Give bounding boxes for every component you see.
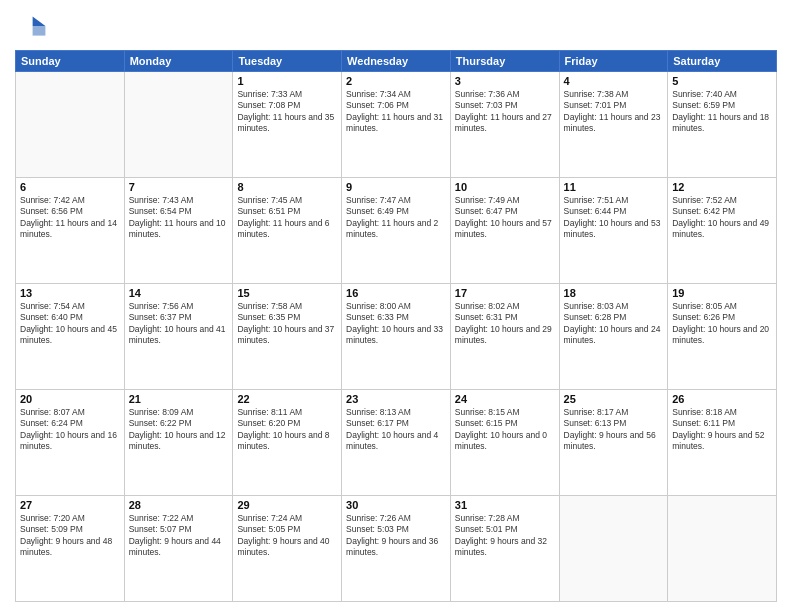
calendar-cell: 19Sunrise: 8:05 AM Sunset: 6:26 PM Dayli… <box>668 284 777 390</box>
cell-info: Sunrise: 8:00 AM Sunset: 6:33 PM Dayligh… <box>346 301 446 347</box>
cell-info: Sunrise: 7:54 AM Sunset: 6:40 PM Dayligh… <box>20 301 120 347</box>
cell-info: Sunrise: 7:51 AM Sunset: 6:44 PM Dayligh… <box>564 195 664 241</box>
day-number: 12 <box>672 181 772 193</box>
calendar-cell: 14Sunrise: 7:56 AM Sunset: 6:37 PM Dayli… <box>124 284 233 390</box>
cell-info: Sunrise: 8:05 AM Sunset: 6:26 PM Dayligh… <box>672 301 772 347</box>
calendar-cell: 11Sunrise: 7:51 AM Sunset: 6:44 PM Dayli… <box>559 178 668 284</box>
calendar-cell: 15Sunrise: 7:58 AM Sunset: 6:35 PM Dayli… <box>233 284 342 390</box>
day-number: 4 <box>564 75 664 87</box>
calendar-cell: 17Sunrise: 8:02 AM Sunset: 6:31 PM Dayli… <box>450 284 559 390</box>
calendar-cell: 26Sunrise: 8:18 AM Sunset: 6:11 PM Dayli… <box>668 390 777 496</box>
calendar-cell: 25Sunrise: 8:17 AM Sunset: 6:13 PM Dayli… <box>559 390 668 496</box>
calendar-cell: 2Sunrise: 7:34 AM Sunset: 7:06 PM Daylig… <box>342 72 451 178</box>
weekday-header: Monday <box>124 51 233 72</box>
calendar-week-row: 1Sunrise: 7:33 AM Sunset: 7:08 PM Daylig… <box>16 72 777 178</box>
calendar-cell: 30Sunrise: 7:26 AM Sunset: 5:03 PM Dayli… <box>342 496 451 602</box>
day-number: 23 <box>346 393 446 405</box>
weekday-header: Sunday <box>16 51 125 72</box>
calendar-cell <box>668 496 777 602</box>
calendar-cell: 3Sunrise: 7:36 AM Sunset: 7:03 PM Daylig… <box>450 72 559 178</box>
cell-info: Sunrise: 7:42 AM Sunset: 6:56 PM Dayligh… <box>20 195 120 241</box>
cell-info: Sunrise: 7:38 AM Sunset: 7:01 PM Dayligh… <box>564 89 664 135</box>
calendar-cell: 28Sunrise: 7:22 AM Sunset: 5:07 PM Dayli… <box>124 496 233 602</box>
cell-info: Sunrise: 7:28 AM Sunset: 5:01 PM Dayligh… <box>455 513 555 559</box>
day-number: 18 <box>564 287 664 299</box>
cell-info: Sunrise: 7:36 AM Sunset: 7:03 PM Dayligh… <box>455 89 555 135</box>
day-number: 14 <box>129 287 229 299</box>
cell-info: Sunrise: 7:34 AM Sunset: 7:06 PM Dayligh… <box>346 89 446 135</box>
cell-info: Sunrise: 8:13 AM Sunset: 6:17 PM Dayligh… <box>346 407 446 453</box>
day-number: 6 <box>20 181 120 193</box>
day-number: 5 <box>672 75 772 87</box>
cell-info: Sunrise: 8:09 AM Sunset: 6:22 PM Dayligh… <box>129 407 229 453</box>
calendar-cell: 8Sunrise: 7:45 AM Sunset: 6:51 PM Daylig… <box>233 178 342 284</box>
cell-info: Sunrise: 7:33 AM Sunset: 7:08 PM Dayligh… <box>237 89 337 135</box>
calendar-cell: 29Sunrise: 7:24 AM Sunset: 5:05 PM Dayli… <box>233 496 342 602</box>
day-number: 2 <box>346 75 446 87</box>
day-number: 11 <box>564 181 664 193</box>
header <box>15 10 777 42</box>
cell-info: Sunrise: 7:49 AM Sunset: 6:47 PM Dayligh… <box>455 195 555 241</box>
weekday-header: Tuesday <box>233 51 342 72</box>
cell-info: Sunrise: 8:11 AM Sunset: 6:20 PM Dayligh… <box>237 407 337 453</box>
weekday-header: Thursday <box>450 51 559 72</box>
day-number: 28 <box>129 499 229 511</box>
weekday-header: Saturday <box>668 51 777 72</box>
cell-info: Sunrise: 8:02 AM Sunset: 6:31 PM Dayligh… <box>455 301 555 347</box>
calendar-cell: 18Sunrise: 8:03 AM Sunset: 6:28 PM Dayli… <box>559 284 668 390</box>
calendar-week-row: 13Sunrise: 7:54 AM Sunset: 6:40 PM Dayli… <box>16 284 777 390</box>
weekday-header: Wednesday <box>342 51 451 72</box>
calendar-cell: 13Sunrise: 7:54 AM Sunset: 6:40 PM Dayli… <box>16 284 125 390</box>
cell-info: Sunrise: 7:56 AM Sunset: 6:37 PM Dayligh… <box>129 301 229 347</box>
calendar-body: 1Sunrise: 7:33 AM Sunset: 7:08 PM Daylig… <box>16 72 777 602</box>
calendar-cell: 1Sunrise: 7:33 AM Sunset: 7:08 PM Daylig… <box>233 72 342 178</box>
calendar-cell: 24Sunrise: 8:15 AM Sunset: 6:15 PM Dayli… <box>450 390 559 496</box>
calendar-header-row: SundayMondayTuesdayWednesdayThursdayFrid… <box>16 51 777 72</box>
calendar-cell <box>559 496 668 602</box>
weekday-header: Friday <box>559 51 668 72</box>
cell-info: Sunrise: 7:58 AM Sunset: 6:35 PM Dayligh… <box>237 301 337 347</box>
cell-info: Sunrise: 7:43 AM Sunset: 6:54 PM Dayligh… <box>129 195 229 241</box>
calendar-cell: 21Sunrise: 8:09 AM Sunset: 6:22 PM Dayli… <box>124 390 233 496</box>
calendar-cell: 7Sunrise: 7:43 AM Sunset: 6:54 PM Daylig… <box>124 178 233 284</box>
calendar-cell <box>16 72 125 178</box>
cell-info: Sunrise: 7:20 AM Sunset: 5:09 PM Dayligh… <box>20 513 120 559</box>
cell-info: Sunrise: 8:18 AM Sunset: 6:11 PM Dayligh… <box>672 407 772 453</box>
calendar-cell: 22Sunrise: 8:11 AM Sunset: 6:20 PM Dayli… <box>233 390 342 496</box>
cell-info: Sunrise: 7:26 AM Sunset: 5:03 PM Dayligh… <box>346 513 446 559</box>
day-number: 7 <box>129 181 229 193</box>
cell-info: Sunrise: 7:45 AM Sunset: 6:51 PM Dayligh… <box>237 195 337 241</box>
day-number: 3 <box>455 75 555 87</box>
cell-info: Sunrise: 7:22 AM Sunset: 5:07 PM Dayligh… <box>129 513 229 559</box>
calendar-cell: 10Sunrise: 7:49 AM Sunset: 6:47 PM Dayli… <box>450 178 559 284</box>
cell-info: Sunrise: 7:47 AM Sunset: 6:49 PM Dayligh… <box>346 195 446 241</box>
cell-info: Sunrise: 8:07 AM Sunset: 6:24 PM Dayligh… <box>20 407 120 453</box>
day-number: 9 <box>346 181 446 193</box>
calendar-cell: 27Sunrise: 7:20 AM Sunset: 5:09 PM Dayli… <box>16 496 125 602</box>
calendar-table: SundayMondayTuesdayWednesdayThursdayFrid… <box>15 50 777 602</box>
day-number: 16 <box>346 287 446 299</box>
cell-info: Sunrise: 7:24 AM Sunset: 5:05 PM Dayligh… <box>237 513 337 559</box>
day-number: 8 <box>237 181 337 193</box>
day-number: 19 <box>672 287 772 299</box>
calendar-week-row: 6Sunrise: 7:42 AM Sunset: 6:56 PM Daylig… <box>16 178 777 284</box>
day-number: 27 <box>20 499 120 511</box>
calendar-cell: 20Sunrise: 8:07 AM Sunset: 6:24 PM Dayli… <box>16 390 125 496</box>
calendar-cell: 5Sunrise: 7:40 AM Sunset: 6:59 PM Daylig… <box>668 72 777 178</box>
logo <box>15 10 51 42</box>
calendar-cell: 16Sunrise: 8:00 AM Sunset: 6:33 PM Dayli… <box>342 284 451 390</box>
cell-info: Sunrise: 8:17 AM Sunset: 6:13 PM Dayligh… <box>564 407 664 453</box>
calendar-cell <box>124 72 233 178</box>
calendar-week-row: 20Sunrise: 8:07 AM Sunset: 6:24 PM Dayli… <box>16 390 777 496</box>
day-number: 24 <box>455 393 555 405</box>
day-number: 21 <box>129 393 229 405</box>
calendar-week-row: 27Sunrise: 7:20 AM Sunset: 5:09 PM Dayli… <box>16 496 777 602</box>
logo-icon <box>15 10 47 42</box>
day-number: 13 <box>20 287 120 299</box>
day-number: 1 <box>237 75 337 87</box>
day-number: 22 <box>237 393 337 405</box>
day-number: 26 <box>672 393 772 405</box>
page: SundayMondayTuesdayWednesdayThursdayFrid… <box>0 0 792 612</box>
day-number: 31 <box>455 499 555 511</box>
day-number: 20 <box>20 393 120 405</box>
